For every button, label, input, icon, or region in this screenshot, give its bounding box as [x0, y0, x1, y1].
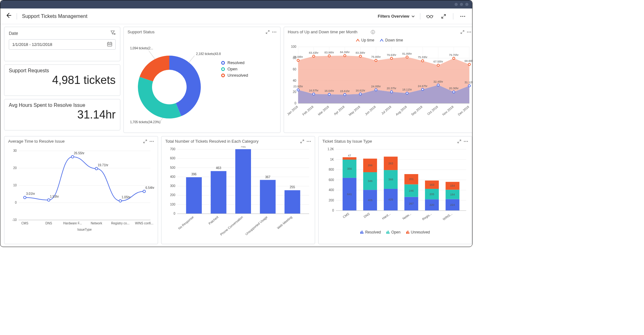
- more-icon: [272, 31, 276, 33]
- svg-point-69: [359, 93, 362, 95]
- svg-text:200: 200: [329, 199, 334, 202]
- svg-text:3.01hr: 3.01hr: [26, 192, 35, 195]
- more-menu-button[interactable]: [458, 12, 467, 21]
- svg-text:Hard...: Hard...: [381, 212, 391, 220]
- stacked-legend: Resolved Open Unresolved: [319, 229, 472, 236]
- expand-card-button[interactable]: [461, 30, 464, 34]
- kpi-support-requests: Support Requests 4,981 tickets: [4, 64, 120, 96]
- filters-dropdown[interactable]: Filters Overview: [378, 14, 415, 19]
- svg-text:346: 346: [368, 179, 373, 183]
- category-bar-chart: 0100200300400500600700396No Response463P…: [161, 146, 312, 237]
- card-more-button[interactable]: [272, 31, 276, 33]
- svg-point-143: [308, 141, 309, 142]
- svg-text:76.08hr: 76.08hr: [293, 55, 303, 58]
- svg-point-54: [313, 93, 315, 95]
- legend-unresolved: Unresolved: [411, 230, 430, 234]
- svg-text:10: 10: [13, 184, 17, 187]
- svg-text:Feb 2018: Feb 2018: [302, 105, 314, 116]
- svg-text:Unsupported Usage: Unsupported Usage: [244, 215, 268, 236]
- svg-text:600: 600: [170, 157, 175, 160]
- expand-icon: [461, 30, 464, 34]
- svg-text:267: 267: [409, 202, 414, 205]
- svg-text:6.54hr: 6.54hr: [145, 186, 155, 189]
- card-title: Average Time to Resolve Issue: [8, 139, 141, 144]
- expand-button[interactable]: [439, 12, 448, 21]
- svg-text:75.95hr: 75.95hr: [371, 55, 381, 58]
- info-button[interactable]: [371, 30, 375, 34]
- donut-legend: Resolved Open Unresolved: [221, 37, 251, 133]
- svg-text:154: 154: [450, 184, 455, 187]
- svg-text:700: 700: [170, 147, 175, 151]
- svg-point-84: [406, 92, 408, 94]
- svg-text:83.43hr: 83.43hr: [309, 51, 319, 54]
- back-button[interactable]: [5, 12, 12, 20]
- glasses-icon: [426, 14, 433, 19]
- svg-text:205: 205: [429, 193, 434, 196]
- svg-text:184: 184: [450, 193, 455, 196]
- svg-rect-20: [373, 32, 373, 33]
- clear-filter-button[interactable]: [111, 30, 116, 36]
- svg-text:26.55hr: 26.55hr: [74, 151, 85, 155]
- glasses-button[interactable]: [425, 12, 434, 21]
- svg-text:1.53hr: 1.53hr: [50, 195, 59, 198]
- card-title: Hours of Up and Down time per Month: [288, 30, 368, 34]
- svg-point-134: [119, 200, 122, 202]
- svg-point-177: [464, 141, 465, 142]
- svg-point-68: [359, 55, 362, 57]
- svg-text:368: 368: [388, 178, 393, 181]
- svg-text:30: 30: [13, 149, 17, 152]
- svg-text:Apr 2018: Apr 2018: [333, 105, 345, 116]
- svg-text:Registry co...: Registry co...: [111, 222, 129, 225]
- svg-point-110: [151, 141, 152, 142]
- svg-text:1,705 tickets(34.23%): 1,705 tickets(34.23%): [130, 120, 161, 124]
- svg-text:No Response: No Response: [177, 215, 194, 230]
- expand-card-button[interactable]: [143, 140, 147, 143]
- svg-text:300: 300: [170, 184, 175, 188]
- svg-rect-240: [386, 232, 387, 234]
- svg-text:84.39hr: 84.39hr: [340, 51, 350, 54]
- svg-text:16.57hr: 16.57hr: [309, 89, 319, 92]
- svg-text:WINS confi...: WINS confi...: [135, 222, 153, 225]
- svg-rect-198: [343, 157, 357, 160]
- svg-text:0: 0: [173, 212, 175, 215]
- expand-card-button[interactable]: [300, 140, 304, 143]
- svg-text:425: 425: [388, 198, 393, 201]
- expand-card-button[interactable]: [457, 140, 461, 143]
- card-more-button[interactable]: [464, 141, 468, 142]
- svg-text:0: 0: [294, 102, 296, 105]
- svg-point-4: [464, 16, 465, 17]
- more-icon: [464, 141, 468, 142]
- svg-point-93: [437, 64, 439, 66]
- svg-point-178: [466, 141, 467, 142]
- svg-point-109: [150, 141, 151, 142]
- svg-point-0: [427, 15, 429, 18]
- svg-text:DNS: DNS: [45, 222, 52, 225]
- card-more-button[interactable]: [150, 141, 154, 142]
- updown-chart: 02040608010076.08hr23.92hrJan 201883.43h…: [284, 44, 472, 125]
- card-title: Ticket Status by Issue Type: [322, 139, 455, 144]
- svg-text:100: 100: [170, 203, 175, 206]
- svg-rect-173: [285, 190, 300, 214]
- svg-point-49: [297, 89, 299, 91]
- expand-icon: [300, 140, 304, 143]
- svg-text:79.63hr: 79.63hr: [387, 53, 396, 57]
- card-more-button[interactable]: [467, 31, 471, 33]
- filters-label: Filters Overview: [378, 14, 409, 19]
- svg-rect-241: [388, 231, 389, 234]
- svg-line-17: [160, 118, 163, 122]
- svg-text:Jan 2018: Jan 2018: [287, 105, 299, 116]
- svg-point-179: [467, 141, 468, 142]
- svg-text:396: 396: [191, 173, 197, 176]
- svg-text:0: 0: [15, 201, 17, 204]
- date-range-input[interactable]: 1/1/2018 - 12/31/2018: [9, 39, 116, 50]
- stacked-bar-chart: 02004006008001K1.2K64135647CMS405346266D…: [319, 146, 469, 228]
- expand-card-button[interactable]: [266, 30, 270, 34]
- svg-point-137: [143, 190, 145, 193]
- svg-point-74: [375, 89, 377, 91]
- svg-text:400: 400: [329, 188, 334, 192]
- svg-text:701: 701: [241, 146, 246, 148]
- svg-text:Dec 2018: Dec 2018: [457, 105, 470, 116]
- card-more-button[interactable]: [307, 141, 311, 142]
- svg-point-99: [453, 91, 455, 93]
- svg-text:40: 40: [293, 79, 297, 82]
